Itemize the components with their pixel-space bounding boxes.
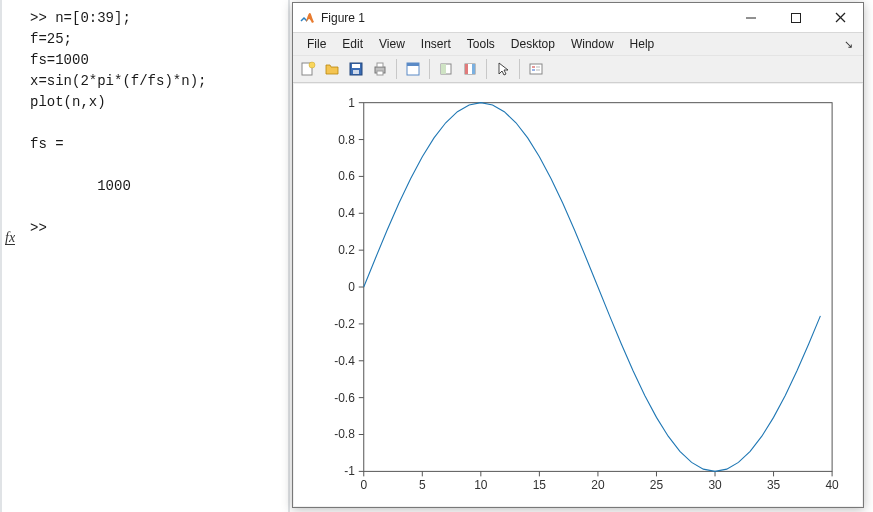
window-title: Figure 1 xyxy=(321,11,728,25)
insert-legend-icon[interactable] xyxy=(525,58,547,80)
titlebar[interactable]: Figure 1 xyxy=(293,3,863,33)
plot-canvas[interactable]: 0510152025303540-1-0.8-0.6-0.4-0.200.20.… xyxy=(294,84,862,506)
fx-indicator: fx xyxy=(5,231,15,245)
svg-rect-12 xyxy=(377,71,383,75)
xtick-label: 25 xyxy=(650,478,664,492)
svg-point-6 xyxy=(309,62,315,68)
maximize-button[interactable] xyxy=(773,3,818,32)
xtick-label: 10 xyxy=(474,478,488,492)
toolbar-separator xyxy=(486,59,487,79)
menu-help[interactable]: Help xyxy=(622,35,663,53)
svg-rect-14 xyxy=(407,63,419,66)
plot-svg: 0510152025303540-1-0.8-0.6-0.4-0.200.20.… xyxy=(294,84,862,506)
datacursor-icon[interactable] xyxy=(402,58,424,80)
ytick-label: -0.6 xyxy=(334,391,355,405)
link-icon[interactable] xyxy=(435,58,457,80)
ytick-label: 0.4 xyxy=(338,206,355,220)
menu-tools[interactable]: Tools xyxy=(459,35,503,53)
ytick-label: -1 xyxy=(344,464,355,478)
xtick-label: 0 xyxy=(360,478,367,492)
svg-rect-16 xyxy=(441,64,446,74)
close-button[interactable] xyxy=(818,3,863,32)
toolbar-separator xyxy=(429,59,430,79)
command-text[interactable]: >> n=[0:39]; f=25; fs=1000 x=sin(2*pi*(f… xyxy=(2,8,288,239)
menu-view[interactable]: View xyxy=(371,35,413,53)
ytick-label: 0.8 xyxy=(338,133,355,147)
colorbar-icon[interactable] xyxy=(459,58,481,80)
toolbar-separator xyxy=(396,59,397,79)
svg-rect-19 xyxy=(468,64,472,74)
save-icon[interactable] xyxy=(345,58,367,80)
xtick-label: 35 xyxy=(767,478,781,492)
matlab-icon xyxy=(299,10,315,26)
menubar: FileEditViewInsertToolsDesktopWindowHelp… xyxy=(293,33,863,55)
new-figure-icon[interactable] xyxy=(297,58,319,80)
ytick-label: 1 xyxy=(348,96,355,110)
figure-window: Figure 1 FileEditViewInsertToolsDesktopW… xyxy=(292,2,864,508)
xtick-label: 40 xyxy=(825,478,839,492)
xtick-label: 30 xyxy=(708,478,722,492)
ytick-label: -0.2 xyxy=(334,317,355,331)
print-icon[interactable] xyxy=(369,58,391,80)
ytick-label: 0.6 xyxy=(338,169,355,183)
menu-window[interactable]: Window xyxy=(563,35,622,53)
ytick-label: -0.4 xyxy=(334,354,355,368)
svg-rect-9 xyxy=(353,70,359,74)
ytick-label: 0.2 xyxy=(338,243,355,257)
command-window[interactable]: fx >> n=[0:39]; f=25; fs=1000 x=sin(2*pi… xyxy=(0,0,290,512)
menu-file[interactable]: File xyxy=(299,35,334,53)
ytick-label: 0 xyxy=(348,280,355,294)
minimize-button[interactable] xyxy=(728,3,773,32)
xtick-label: 15 xyxy=(533,478,547,492)
svg-rect-21 xyxy=(530,64,542,74)
open-icon[interactable] xyxy=(321,58,343,80)
ytick-label: -0.8 xyxy=(334,427,355,441)
svg-rect-1 xyxy=(791,13,800,22)
svg-rect-18 xyxy=(465,64,468,74)
toolbar xyxy=(293,55,863,83)
toolbar-separator xyxy=(519,59,520,79)
svg-rect-20 xyxy=(472,64,475,74)
svg-rect-8 xyxy=(352,64,360,68)
pointer-icon[interactable] xyxy=(492,58,514,80)
xtick-label: 20 xyxy=(591,478,605,492)
menu-desktop[interactable]: Desktop xyxy=(503,35,563,53)
menu-edit[interactable]: Edit xyxy=(334,35,371,53)
xtick-label: 5 xyxy=(419,478,426,492)
menu-insert[interactable]: Insert xyxy=(413,35,459,53)
svg-rect-11 xyxy=(377,63,383,67)
dock-icon[interactable]: ↘ xyxy=(844,38,857,51)
